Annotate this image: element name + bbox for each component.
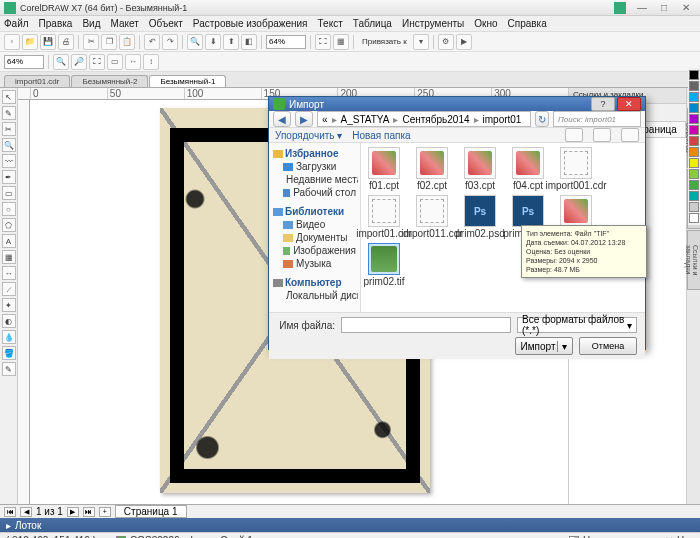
eyedropper-tool[interactable]: 💧: [2, 330, 16, 344]
dialog-titlebar[interactable]: Импорт ? ✕: [269, 97, 645, 111]
grid-button[interactable]: ▦: [333, 34, 349, 50]
freehand-tool[interactable]: 〰: [2, 154, 16, 168]
zoom-combo[interactable]: 64%: [266, 35, 306, 49]
swatch[interactable]: [689, 147, 699, 157]
transparency-tool[interactable]: ◐: [2, 314, 16, 328]
fill-tool[interactable]: 🪣: [2, 346, 16, 360]
docker-tab[interactable]: Ссылки и закладки: [687, 230, 700, 290]
options-button[interactable]: ⚙: [438, 34, 454, 50]
open-button[interactable]: 📁: [22, 34, 38, 50]
nav-item[interactable]: Недавние места: [271, 173, 358, 186]
menu-Макет[interactable]: Макет: [110, 18, 138, 29]
file-item[interactable]: prim02.tif: [365, 243, 403, 287]
file-item[interactable]: f01.cpt: [365, 147, 403, 191]
newfolder-button[interactable]: Новая папка: [352, 130, 410, 141]
fullscreen-button[interactable]: ⛶: [315, 34, 331, 50]
menu-Окно[interactable]: Окно: [474, 18, 497, 29]
search-input[interactable]: Поиск: import01: [553, 111, 641, 127]
file-item[interactable]: import011.cdr: [413, 195, 451, 239]
swatch[interactable]: [689, 169, 699, 179]
view-options-button[interactable]: [593, 128, 611, 142]
text-tool[interactable]: A: [2, 234, 16, 248]
zoom-fit-icon[interactable]: ⛶: [89, 54, 105, 70]
file-item[interactable]: f03.cpt: [461, 147, 499, 191]
swatch[interactable]: [689, 114, 699, 124]
refresh-button[interactable]: ↻: [535, 111, 549, 127]
swatch[interactable]: [689, 125, 699, 135]
swatch[interactable]: [689, 70, 699, 80]
snap-label[interactable]: Привязать к: [358, 37, 411, 46]
snap-dropdown[interactable]: ▾: [413, 34, 429, 50]
arrange-button[interactable]: Упорядочить ▾: [275, 130, 342, 141]
dimension-tool[interactable]: ↔: [2, 266, 16, 280]
crumb-seg[interactable]: A_STATYA: [341, 114, 390, 125]
nav-item[interactable]: Изображения: [271, 244, 358, 257]
nav-group[interactable]: Избранное: [271, 147, 358, 160]
publish-button[interactable]: ◧: [241, 34, 257, 50]
zoom-page-icon[interactable]: ▭: [107, 54, 123, 70]
menu-Инструменты[interactable]: Инструменты: [402, 18, 464, 29]
nav-item[interactable]: Локальный диск: [271, 289, 358, 302]
artistic-tool[interactable]: ✒: [2, 170, 16, 184]
menu-Объект[interactable]: Объект: [149, 18, 183, 29]
doc-tab[interactable]: import01.cdr: [4, 75, 70, 87]
nav-group[interactable]: Компьютер: [271, 276, 358, 289]
shape-tool[interactable]: ✎: [2, 106, 16, 120]
forward-button[interactable]: ▶: [295, 111, 313, 127]
crumb-seg[interactable]: Сентябрь2014: [402, 114, 469, 125]
zoom-height-icon[interactable]: ↕: [143, 54, 159, 70]
swatch[interactable]: [689, 180, 699, 190]
zoom-level[interactable]: 64%: [4, 55, 44, 69]
help-icon[interactable]: [614, 2, 626, 14]
search-button[interactable]: 🔍: [187, 34, 203, 50]
nav-item[interactable]: Загрузки: [271, 160, 358, 173]
tray-bar[interactable]: ▸Лоток: [0, 518, 700, 532]
pick-tool[interactable]: ↖: [2, 90, 16, 104]
ellipse-tool[interactable]: ○: [2, 202, 16, 216]
page-tab[interactable]: Страница 1: [115, 505, 187, 518]
menu-Справка[interactable]: Справка: [508, 18, 547, 29]
crop-tool[interactable]: ✂: [2, 122, 16, 136]
nav-item[interactable]: Видео: [271, 218, 358, 231]
undo-button[interactable]: ↶: [144, 34, 160, 50]
print-button[interactable]: 🖨: [58, 34, 74, 50]
cut-button[interactable]: ✂: [83, 34, 99, 50]
crumb-seg[interactable]: import01: [483, 114, 522, 125]
export-button[interactable]: ⬆: [223, 34, 239, 50]
table-tool[interactable]: ▦: [2, 250, 16, 264]
minimize-button[interactable]: —: [632, 2, 652, 14]
close-button[interactable]: ✕: [676, 2, 696, 14]
filename-input[interactable]: [341, 317, 511, 333]
swatch[interactable]: [689, 81, 699, 91]
save-button[interactable]: 💾: [40, 34, 56, 50]
swatch[interactable]: [689, 202, 699, 212]
zoom-width-icon[interactable]: ↔: [125, 54, 141, 70]
maximize-button[interactable]: □: [654, 2, 674, 14]
file-list[interactable]: f01.cptf02.cptf03.cptf04.cptimport001.cd…: [361, 143, 645, 312]
swatch[interactable]: [689, 92, 699, 102]
dialog-close-button[interactable]: ✕: [617, 97, 641, 111]
file-item[interactable]: import01.cdr: [365, 195, 403, 239]
nav-item[interactable]: Рабочий стол: [271, 186, 358, 199]
dialog-help-button[interactable]: ?: [591, 97, 615, 111]
swatch[interactable]: [689, 158, 699, 168]
filter-combo[interactable]: Все форматы файлов (*.*)▾: [517, 317, 637, 333]
view-button[interactable]: [565, 128, 583, 142]
add-page-button[interactable]: +: [99, 507, 111, 517]
outline-tool[interactable]: ✎: [2, 362, 16, 376]
file-item[interactable]: f04.cpt: [509, 147, 547, 191]
copy-button[interactable]: ❐: [101, 34, 117, 50]
back-button[interactable]: ◀: [273, 111, 291, 127]
menu-Таблица[interactable]: Таблица: [353, 18, 392, 29]
redo-button[interactable]: ↷: [162, 34, 178, 50]
breadcrumb[interactable]: «▸A_STATYA▸Сентябрь2014▸import01: [317, 111, 531, 127]
menu-Вид[interactable]: Вид: [82, 18, 100, 29]
menu-Текст[interactable]: Текст: [318, 18, 343, 29]
rectangle-tool[interactable]: ▭: [2, 186, 16, 200]
paste-button[interactable]: 📋: [119, 34, 135, 50]
nav-item[interactable]: Документы: [271, 231, 358, 244]
next-page-button[interactable]: ▶: [67, 507, 79, 517]
connector-tool[interactable]: ⟋: [2, 282, 16, 296]
launch-button[interactable]: ▶: [456, 34, 472, 50]
zoom-tool[interactable]: 🔍: [2, 138, 16, 152]
